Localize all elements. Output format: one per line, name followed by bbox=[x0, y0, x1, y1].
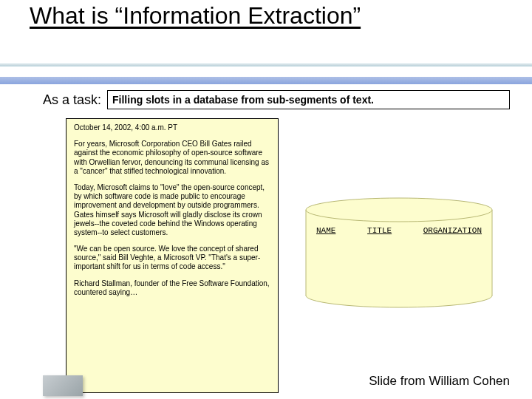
article-dateline: October 14, 2002, 4:00 a.m. PT bbox=[74, 123, 270, 132]
database-cylinder: NAME TITLE ORGANIZATION bbox=[301, 192, 497, 310]
slide: What is “Information Extraction” As a ta… bbox=[0, 0, 532, 399]
subtitle-label: As a task: bbox=[43, 90, 101, 108]
article-paragraph: Richard Stallman, founder of the Free So… bbox=[74, 279, 270, 297]
page-title: What is “Information Extraction” bbox=[30, 3, 517, 29]
definition-box: Filling slots in a database from sub-seg… bbox=[107, 90, 510, 109]
article-paragraph: For years, Microsoft Corporation CEO Bil… bbox=[74, 140, 270, 176]
article-box: October 14, 2002, 4:00 a.m. PT For years… bbox=[66, 118, 279, 393]
db-col-org: ORGANIZATION bbox=[423, 226, 482, 235]
article-paragraph: "We can be open source. We love the conc… bbox=[74, 245, 270, 272]
divider-thick bbox=[0, 77, 532, 84]
title-area: What is “Information Extraction” bbox=[30, 3, 517, 29]
cylinder-icon bbox=[301, 192, 497, 310]
database-headers: NAME TITLE ORGANIZATION bbox=[316, 226, 482, 235]
decorative-shadow-box bbox=[43, 375, 83, 396]
db-col-name: NAME bbox=[316, 226, 335, 235]
svg-point-4 bbox=[306, 198, 492, 222]
divider-thin bbox=[0, 64, 532, 66]
svg-rect-1 bbox=[306, 210, 492, 296]
subtitle-row: As a task: Filling slots in a database f… bbox=[43, 90, 510, 109]
article-paragraph: Today, Microsoft claims to "love" the op… bbox=[74, 183, 270, 237]
slide-credit: Slide from William Cohen bbox=[369, 374, 510, 389]
db-col-title: TITLE bbox=[367, 226, 392, 235]
